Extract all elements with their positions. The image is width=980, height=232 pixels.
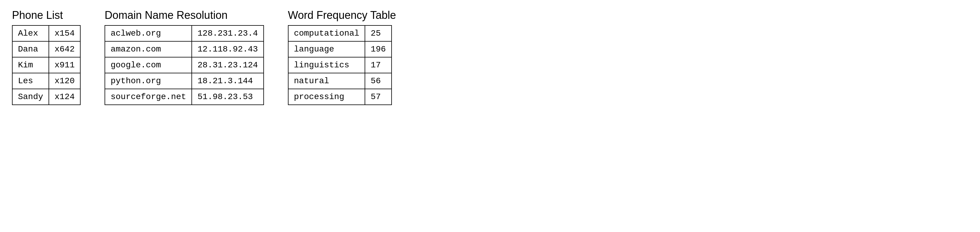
domain-list-title: Domain Name Resolution xyxy=(105,9,228,22)
domain-name: python.org xyxy=(105,73,192,89)
table-row: amazon.com12.118.92.43 xyxy=(105,41,264,57)
table-row: google.com28.31.23.124 xyxy=(105,57,264,73)
phone-list-section: Phone List Alexx154Danax642Kimx911Lesx12… xyxy=(12,9,81,105)
phone-ext: x124 xyxy=(49,89,80,105)
phone-name: Dana xyxy=(12,41,49,57)
word-term: natural xyxy=(288,73,365,89)
table-row: Kimx911 xyxy=(12,57,80,73)
domain-ip: 51.98.23.53 xyxy=(192,89,264,105)
domain-list-table: aclweb.org128.231.23.4amazon.com12.118.9… xyxy=(105,25,264,105)
word-frequency-title: Word Frequency Table xyxy=(288,9,396,22)
domain-name: sourceforge.net xyxy=(105,89,192,105)
table-row: Alexx154 xyxy=(12,25,80,41)
domain-name: amazon.com xyxy=(105,41,192,57)
word-term: linguistics xyxy=(288,57,365,73)
phone-ext: x911 xyxy=(49,57,80,73)
table-row: Danax642 xyxy=(12,41,80,57)
phone-ext: x120 xyxy=(49,73,80,89)
domain-name: aclweb.org xyxy=(105,25,192,41)
word-count: 196 xyxy=(365,41,391,57)
domain-ip: 12.118.92.43 xyxy=(192,41,264,57)
domain-ip: 18.21.3.144 xyxy=(192,73,264,89)
phone-list-table: Alexx154Danax642Kimx911Lesx120Sandyx124 xyxy=(12,25,81,105)
word-count: 56 xyxy=(365,73,391,89)
table-row: Lesx120 xyxy=(12,73,80,89)
word-count: 25 xyxy=(365,25,391,41)
word-count: 57 xyxy=(365,89,391,105)
phone-list-title: Phone List xyxy=(12,9,63,22)
domain-list-section: Domain Name Resolution aclweb.org128.231… xyxy=(105,9,264,105)
table-row: python.org18.21.3.144 xyxy=(105,73,264,89)
phone-ext: x154 xyxy=(49,25,80,41)
table-row: Sandyx124 xyxy=(12,89,80,105)
phone-name: Alex xyxy=(12,25,49,41)
table-row: natural56 xyxy=(288,73,391,89)
phone-name: Les xyxy=(12,73,49,89)
word-term: computational xyxy=(288,25,365,41)
table-row: sourceforge.net51.98.23.53 xyxy=(105,89,264,105)
phone-name: Kim xyxy=(12,57,49,73)
domain-name: google.com xyxy=(105,57,192,73)
domain-ip: 28.31.23.124 xyxy=(192,57,264,73)
phone-name: Sandy xyxy=(12,89,49,105)
table-row: aclweb.org128.231.23.4 xyxy=(105,25,264,41)
phone-ext: x642 xyxy=(49,41,80,57)
domain-ip: 128.231.23.4 xyxy=(192,25,264,41)
word-term: language xyxy=(288,41,365,57)
table-row: language196 xyxy=(288,41,391,57)
table-row: processing57 xyxy=(288,89,391,105)
word-frequency-section: Word Frequency Table computational25lang… xyxy=(288,9,396,105)
table-row: linguistics17 xyxy=(288,57,391,73)
word-frequency-table: computational25language196linguistics17n… xyxy=(288,25,392,105)
word-count: 17 xyxy=(365,57,391,73)
table-row: computational25 xyxy=(288,25,391,41)
word-term: processing xyxy=(288,89,365,105)
